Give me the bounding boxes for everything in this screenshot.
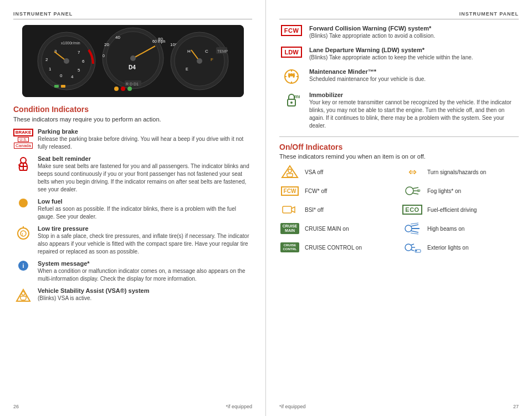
svg-text:6: 6 — [82, 59, 85, 64]
indicator-seatbelt: Seat belt reminder Make sure seat belts … — [13, 155, 252, 194]
svg-line-66 — [411, 223, 418, 224]
svg-point-73 — [416, 250, 417, 252]
svg-text:80: 80 — [158, 37, 163, 42]
svg-text:D: D — [417, 188, 421, 193]
svg-text:!: ! — [22, 232, 23, 237]
svg-line-67 — [411, 233, 418, 234]
highbeam-icon — [402, 221, 423, 236]
right-header: INSTRUMENT PANEL — [279, 11, 519, 19]
exterior-lights-label: Exterior lights on — [427, 245, 468, 251]
svg-text:x1000r/min: x1000r/min — [61, 41, 80, 45]
svg-text:40: 40 — [115, 35, 120, 40]
svg-text:E: E — [186, 67, 188, 71]
on-off-section: On/Off Indicators These indicators remin… — [279, 143, 519, 255]
cruise-control-icon: CRUISECONTRL — [279, 242, 300, 252]
seatbelt-desc: Make sure seat belts are fastened for yo… — [38, 163, 252, 194]
svg-text:0: 0 — [60, 73, 63, 78]
svg-point-32 — [121, 87, 125, 91]
svg-point-33 — [127, 87, 132, 91]
vsa-off-label: VSA off — [305, 169, 323, 175]
warning-immobilizer: mm Immobilizer Your key or remote transm… — [279, 92, 519, 130]
svg-point-13 — [64, 58, 69, 64]
svg-text:TEMP: TEMP — [217, 49, 228, 53]
fuel-desc: Refuel as soon as possible. If the indic… — [38, 205, 252, 221]
indicator-low-fuel: Low fuel Refuel as soon as possible. If … — [13, 198, 252, 221]
fcw-title: Forward Collision Warning (FCW) system* — [309, 25, 519, 32]
maintenance-title: Maintenance Minder™* — [309, 68, 519, 75]
svg-point-53 — [290, 102, 293, 104]
on-off-bsi-off: BSI* off — [279, 202, 396, 217]
svg-rect-15 — [61, 85, 65, 88]
condition-indicators-title: Condition Indicators — [13, 105, 252, 114]
ldw-desc: (Blinks) Take appropriate action to keep… — [309, 54, 519, 62]
on-off-cruise-main: CRUISEMAIN CRUISE MAIN on — [279, 221, 396, 236]
svg-text:20: 20 — [104, 42, 109, 47]
svg-text:F: F — [211, 57, 213, 62]
right-if-equipped: *if equipped — [279, 404, 306, 409]
on-off-grid: VSA off ⇔ Turn signals/hazards on FCW FC… — [279, 164, 519, 255]
svg-point-41 — [197, 58, 202, 64]
svg-text:C: C — [205, 49, 208, 54]
left-page: INSTRUMENT PANEL 3 2 1 0 4 5 6 7 x1000r/… — [0, 0, 266, 416]
on-off-title: On/Off Indicators — [279, 143, 519, 151]
svg-text:5: 5 — [78, 68, 80, 73]
on-off-intro: These indicators remind you when an item… — [279, 153, 519, 160]
warning-maintenance: Maintenance Minder™* Scheduled maintenan… — [279, 68, 519, 85]
fcw-desc: (Blinks) Take appropriate action to avoi… — [309, 32, 519, 40]
turn-signals-label: Turn signals/hazards on — [427, 169, 486, 175]
right-footer: *if equipped 27 — [266, 404, 532, 409]
svg-text:R  D D1: R D D1 — [126, 82, 139, 86]
indicator-parking-brake: BRAKE U.S. Canada Parking brake Release … — [13, 128, 252, 151]
warning-ldw: LDW Lane Departure Warning (LDW) system*… — [279, 47, 519, 62]
svg-line-59 — [412, 193, 418, 194]
svg-point-31 — [114, 87, 119, 91]
fog-lights-label: Fog lights* on — [427, 188, 461, 194]
svg-text:7: 7 — [78, 50, 80, 55]
svg-text:D4: D4 — [129, 64, 136, 70]
maintenance-icon — [279, 68, 304, 85]
svg-text:1: 1 — [49, 67, 52, 72]
svg-line-64 — [411, 225, 418, 226]
svg-text:2: 2 — [45, 57, 48, 62]
svg-text:H: H — [187, 49, 191, 54]
cruise-main-icon: CRUISEMAIN — [279, 223, 300, 235]
on-off-cruise-control: CRUISECONTRL CRUISE CONTROL on — [279, 240, 396, 255]
brake-desc: Release the parking brake before driving… — [38, 135, 252, 151]
fog-lights-icon: D — [402, 183, 423, 199]
tire-title: Low tire pressure — [38, 225, 252, 232]
svg-point-27 — [130, 55, 136, 61]
svg-point-50 — [22, 292, 25, 295]
on-off-high-beams: High beams on — [402, 221, 519, 236]
indicator-tire-pressure: ! Low tire pressure Stop in a safe place… — [13, 225, 252, 256]
svg-line-65 — [411, 231, 418, 232]
tire-icon: ! — [13, 225, 33, 241]
indicator-system-message: i System message* When a condition or ma… — [13, 260, 252, 283]
high-beams-label: High beams on — [427, 226, 464, 232]
vsa-icon — [13, 287, 33, 303]
svg-line-71 — [411, 250, 414, 251]
svg-rect-61 — [283, 206, 291, 213]
warning-fcw: FCW Forward Collision Warning (FCW) syst… — [279, 25, 519, 40]
svg-line-70 — [411, 244, 414, 245]
brake-icon: BRAKE U.S. Canada — [13, 128, 33, 149]
svg-point-47 — [18, 228, 29, 239]
ldw-title: Lane Departure Warning (LDW) system* — [309, 47, 519, 53]
svg-point-56 — [406, 187, 413, 195]
svg-text:0: 0 — [103, 54, 105, 58]
immobilizer-icon: mm — [279, 92, 304, 108]
seatbelt-title: Seat belt reminder — [38, 155, 252, 162]
seatbelt-icon — [13, 155, 33, 171]
dashboard-image: 3 2 1 0 4 5 6 7 x1000r/min 60 mph 80 100… — [22, 25, 244, 97]
immobilizer-title: Immobilizer — [309, 92, 519, 98]
left-footer: 26 *if equipped — [0, 404, 265, 409]
immobilizer-desc: Your key or remote transmitter cannot be… — [309, 99, 519, 130]
bsi-off-icon — [279, 202, 300, 217]
fcw-off-label: FCW* off — [305, 188, 327, 194]
svg-text:mm: mm — [294, 94, 300, 99]
separator — [279, 136, 519, 137]
left-if-equipped: *if equipped — [226, 404, 252, 409]
cruise-main-label: CRUISE MAIN on — [305, 226, 349, 232]
system-message-desc: When a condition or malfunction indicato… — [38, 267, 252, 283]
fcw-off-icon: FCW — [279, 186, 300, 196]
vsa-off-icon — [279, 164, 300, 180]
